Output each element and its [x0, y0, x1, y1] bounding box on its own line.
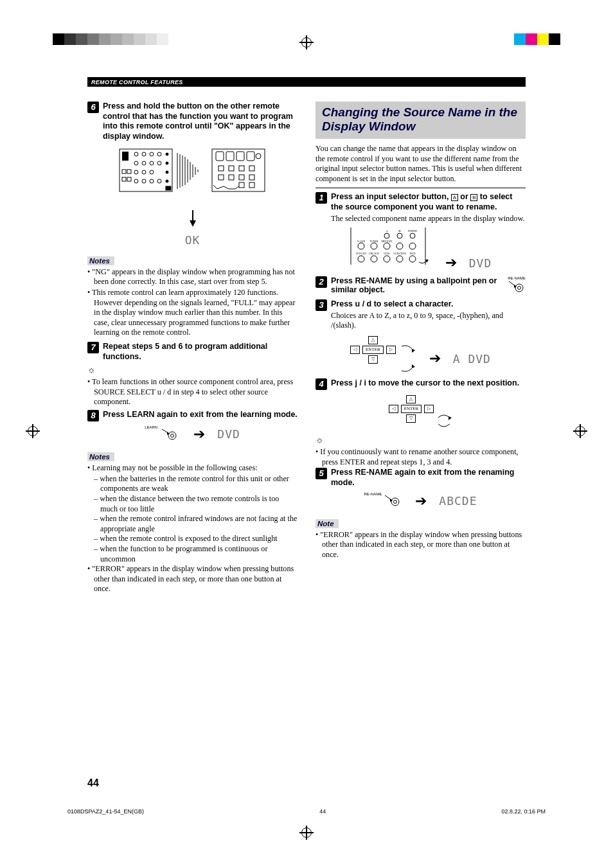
svg-point-5	[157, 152, 161, 156]
step-1-bold-a: Press an input selector button,	[331, 192, 451, 201]
svg-point-2	[134, 152, 138, 156]
step-number-4: 4	[315, 378, 327, 390]
crosshair-bottom	[299, 826, 314, 840]
note-right-list: "ERROR" appears in the display window wh…	[315, 530, 526, 560]
svg-point-67	[358, 243, 364, 249]
updown-hint-icon	[398, 342, 417, 375]
step-7: 7 Repeat steps 5 and 6 to program additi…	[87, 342, 298, 362]
svg-point-12	[134, 170, 138, 174]
svg-point-7	[142, 161, 146, 165]
right-column: Changing the Source Name in the Display …	[315, 102, 526, 595]
step-4-bold: Press j / i to move the cursor to the ne…	[331, 378, 519, 387]
tip-icon: ☼	[87, 364, 298, 376]
svg-rect-46	[229, 175, 234, 180]
svg-rect-10	[122, 170, 126, 173]
svg-text:VCR2/DVR: VCR2/DVR	[393, 252, 406, 255]
notes-2-list: Learning may not be possible in the foll…	[87, 463, 298, 474]
note-item: "NG" appears in the display window when …	[87, 267, 298, 287]
step-6-diagram: OK	[87, 145, 298, 247]
svg-point-21	[166, 153, 168, 155]
note-item: This remote control can learn approximat…	[87, 288, 298, 338]
svg-rect-37	[226, 152, 234, 161]
right-arrow-icon: ➔	[193, 425, 205, 443]
svg-text:MD/TAPE: MD/TAPE	[381, 240, 393, 243]
svg-point-53	[168, 432, 176, 439]
svg-point-78	[371, 256, 377, 262]
svg-rect-45	[218, 175, 224, 180]
step-8: 8 Press LEARN again to exit from the lea…	[87, 410, 298, 421]
step-number-1: 1	[315, 192, 327, 204]
remote-pair-diagram	[116, 145, 270, 203]
step-3: 3 Press u / d to select a character. Cho…	[315, 299, 526, 331]
section-header: REMOTE CONTROL FEATURES	[87, 77, 526, 87]
svg-rect-25	[166, 186, 171, 190]
step-7-text: Repeat steps 5 and 6 to program addition…	[103, 342, 267, 361]
note-sub: when the remote control infrared windows…	[87, 514, 298, 534]
cursor-pad: △ ◁ENTER▷ ▽	[389, 394, 434, 424]
notes-heading-1: Notes	[87, 256, 114, 265]
step-1: 1 Press an input selector button, A or B…	[315, 192, 526, 224]
svg-text:CBL/SAT: CBL/SAT	[369, 252, 380, 255]
step-number-7: 7	[87, 342, 99, 353]
step-6: 6 Press and hold the button on the other…	[87, 102, 298, 141]
svg-rect-38	[236, 152, 244, 161]
footer-page: 44	[319, 808, 326, 815]
footer-file: 0108DSPAZ2_41-54_EN(GB)	[67, 808, 144, 815]
registration-right-swatches	[514, 33, 560, 45]
step-1-diagram: A B PHONO V-AUX TUNER MD/TAPE	[315, 227, 526, 272]
svg-text:V-AUX: V-AUX	[357, 240, 365, 243]
step-number-2: 2	[315, 276, 327, 288]
crosshair-left	[26, 424, 40, 438]
step-number-6: 6	[87, 102, 99, 113]
display-abcde: ABCDE	[439, 493, 477, 508]
svg-marker-86	[412, 349, 415, 353]
svg-rect-15	[122, 177, 126, 181]
svg-point-6	[134, 161, 138, 165]
svg-point-24	[166, 180, 168, 182]
svg-rect-44	[249, 166, 254, 171]
rename-button-diagram: RE-NAME	[508, 276, 526, 297]
svg-point-77	[358, 256, 364, 262]
svg-point-69	[384, 243, 390, 249]
svg-point-60	[384, 233, 389, 238]
svg-rect-11	[127, 170, 131, 173]
svg-point-83	[515, 284, 523, 292]
footer: 0108DSPAZ2_41-54_EN(GB) 44 02.8.22, 0:16…	[67, 808, 546, 815]
rename-button-icon	[384, 494, 403, 508]
step-3-bold: Press u / d to select a character.	[331, 299, 453, 308]
svg-point-61	[397, 233, 402, 238]
tip-right-text: If you continuously want to rename anoth…	[315, 447, 526, 467]
display-dvd: DVD	[217, 427, 240, 441]
svg-point-20	[157, 179, 161, 183]
svg-marker-88	[449, 416, 452, 420]
svg-rect-50	[249, 182, 254, 188]
note-right-text: "ERROR" appears in the display window wh…	[315, 530, 526, 560]
svg-point-71	[409, 243, 416, 249]
svg-point-13	[142, 170, 146, 174]
step-6-text: Press and hold the button on the other r…	[103, 102, 293, 141]
tip-list-right: If you continuously want to rename anoth…	[315, 447, 526, 467]
svg-point-17	[134, 179, 138, 183]
section-title: REMOTE CONTROL FEATURES	[91, 79, 183, 85]
svg-point-68	[371, 243, 377, 249]
registration-left-swatches	[53, 33, 168, 45]
svg-rect-49	[239, 182, 244, 188]
svg-point-90	[394, 500, 397, 503]
page-number: 44	[87, 777, 99, 789]
learn-label: LEARN	[145, 425, 157, 429]
svg-point-80	[396, 256, 403, 262]
svg-text:PHONO: PHONO	[408, 229, 417, 233]
note-sub: when the remote control is exposed to th…	[87, 534, 298, 544]
notes-heading-2: Notes	[87, 452, 114, 461]
step-3-diagram: △ ◁ENTER▷ ▽ ➔ A DVD	[315, 335, 526, 375]
notes-1-list: "NG" appears in the display window when …	[87, 267, 298, 338]
step-3-follow: Choices are A to Z, a to z, 0 to 9, spac…	[331, 311, 526, 331]
step-5-diagram: RE-NAME ➔ ABCDE	[315, 492, 526, 510]
note-sub: when the function to be programmed is co…	[87, 544, 298, 564]
svg-point-14	[150, 170, 154, 174]
svg-rect-48	[249, 175, 254, 180]
step-number-3: 3	[315, 299, 327, 311]
svg-point-89	[391, 498, 399, 506]
notes-2-tail: "ERROR" appears in the display window wh…	[87, 564, 298, 594]
step-5: 5 Press RE-NAME again to exit from the r…	[315, 468, 526, 488]
